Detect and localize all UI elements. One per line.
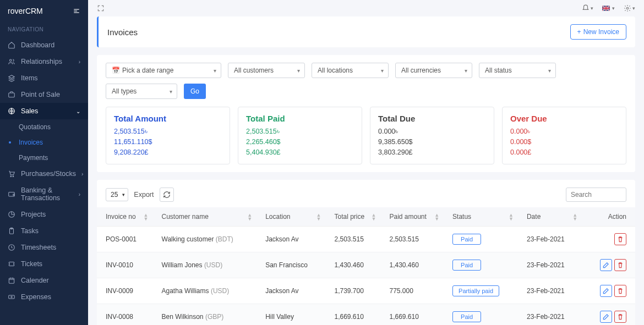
page-size-select[interactable]: 25 xyxy=(106,188,128,201)
users-icon xyxy=(8,58,15,65)
sidebar-item-label: Purchases/Stocks xyxy=(21,170,76,178)
sidebar-item-label: Expenses xyxy=(21,293,51,301)
cell-date: 23-Feb-2021 xyxy=(518,304,582,325)
cell-customer: Ben Wilkinson (GBP) xyxy=(153,304,257,325)
sidebar-item-tasks[interactable]: Tasks xyxy=(0,223,88,239)
sidebar-item-label: Tasks xyxy=(21,227,39,235)
cell-customer: William Jones (USD) xyxy=(153,252,257,278)
cell-date: 23-Feb-2021 xyxy=(518,252,582,278)
sidebar-collapse-icon[interactable] xyxy=(73,7,80,15)
cell-total: 1,739.700 xyxy=(325,278,380,304)
svg-rect-13 xyxy=(9,295,15,299)
cell-invoice-no: POS-0001 xyxy=(97,227,153,252)
date-range-select[interactable]: 📅Pick a date range xyxy=(106,63,221,78)
sidebar-item-dashboard[interactable]: Dashboard xyxy=(0,37,88,53)
sidebar-item-projects[interactable]: Projects xyxy=(0,206,88,223)
cell-invoice-no: INV-0008 xyxy=(97,304,153,325)
sidebar-item-point-of-sale[interactable]: Point of Sale xyxy=(0,86,88,103)
sidebar-sub-quotations[interactable]: Quotations xyxy=(19,119,88,135)
col-action: Action xyxy=(582,207,635,227)
edit-button[interactable] xyxy=(600,285,612,297)
sidebar-sub-payments[interactable]: Payments xyxy=(19,150,88,166)
sidebar-item-purchases-stocks[interactable]: Purchases/Stocks› xyxy=(0,166,88,182)
cell-date: 23-Feb-2021 xyxy=(518,227,582,252)
sidebar-item-banking-transactions[interactable]: Banking & Transactions› xyxy=(0,182,88,206)
go-button[interactable]: Go xyxy=(184,84,206,99)
sidebar-item-expenses[interactable]: Expenses xyxy=(0,289,88,305)
col-date[interactable]: Date▲▼ xyxy=(518,207,582,227)
cell-location: Jackson Av xyxy=(256,227,325,252)
cell-total: 2,503.515 xyxy=(325,227,380,252)
types-select[interactable]: All types xyxy=(106,84,177,99)
language-flag[interactable]: ▾ xyxy=(602,4,615,12)
stat-over-due: Over Due 0.000৳ 0.000$ 0.000£ xyxy=(502,107,626,164)
sidebar-item-timesheets[interactable]: Timesheets xyxy=(0,239,88,256)
cell-actions xyxy=(582,252,635,278)
wallet-icon xyxy=(8,190,15,198)
delete-button[interactable] xyxy=(614,311,626,323)
chevron-right-icon: › xyxy=(81,171,83,177)
edit-button[interactable] xyxy=(600,259,612,271)
ticket-icon xyxy=(8,260,15,268)
sort-icon: ▲▼ xyxy=(509,213,514,221)
stat-total-due: Total Due 0.000৳ 9,385.650$ 3,803.290£ xyxy=(370,107,494,164)
cell-actions xyxy=(582,304,635,325)
delete-button[interactable] xyxy=(614,259,626,271)
sidebar-sub-invoices[interactable]: Invoices xyxy=(19,135,88,150)
new-invoice-button[interactable]: + New Invoice xyxy=(570,24,626,40)
col-total-price[interactable]: Total price▲▼ xyxy=(325,207,380,227)
table-row: POS-0001Walking customer (BDT)Jackson Av… xyxy=(97,227,635,252)
settings-icon[interactable]: ▾ xyxy=(624,4,635,12)
cell-paid: 1,430.460 xyxy=(380,252,444,278)
sidebar-item-items[interactable]: Items xyxy=(0,70,88,86)
notifications-icon[interactable]: ▾ xyxy=(582,4,593,12)
chevron-right-icon: › xyxy=(79,59,80,65)
cell-location: Hill Valley xyxy=(256,304,325,325)
briefcase-icon xyxy=(8,91,15,98)
svg-point-3 xyxy=(10,59,12,62)
clipboard-icon xyxy=(8,227,15,235)
fullscreen-icon[interactable] xyxy=(97,4,105,12)
col-paid-amount[interactable]: Paid amount▲▼ xyxy=(380,207,444,227)
col-status[interactable]: Status▲▼ xyxy=(444,207,518,227)
cell-location: Jackson Av xyxy=(256,278,325,304)
status-select[interactable]: All status xyxy=(479,63,556,78)
svg-point-14 xyxy=(11,296,12,298)
currencies-select[interactable]: All currencies xyxy=(395,63,472,78)
search-input[interactable] xyxy=(566,188,626,202)
sidebar-item-tickets[interactable]: Tickets xyxy=(0,256,88,272)
export-link[interactable]: Export xyxy=(134,191,154,199)
filters-panel: 📅Pick a date range All customers All loc… xyxy=(97,55,635,172)
cell-invoice-no: INV-0010 xyxy=(97,252,153,278)
cell-customer: Walking customer (BDT) xyxy=(153,227,257,252)
sort-icon: ▲▼ xyxy=(247,213,252,221)
svg-point-7 xyxy=(13,176,14,177)
table-row: INV-0008Ben Wilkinson (GBP)Hill Valley1,… xyxy=(97,304,635,325)
col-customer-name[interactable]: Customer name▲▼ xyxy=(153,207,257,227)
edit-button[interactable] xyxy=(600,311,612,323)
sort-icon: ▲▼ xyxy=(572,213,577,221)
sidebar-item-label: Relationships xyxy=(21,58,62,65)
page-header: Invoices + New Invoice xyxy=(97,16,635,47)
cell-actions xyxy=(582,278,635,304)
page-title: Invoices xyxy=(107,27,138,37)
sidebar-item-label: Items xyxy=(21,74,38,82)
customers-select[interactable]: All customers xyxy=(228,63,305,78)
sidebar-item-label: Tickets xyxy=(21,260,42,268)
delete-button[interactable] xyxy=(614,285,626,297)
refresh-button[interactable] xyxy=(160,188,174,202)
nav-section-title: NAVIGATION xyxy=(0,22,88,37)
sidebar-item-sales[interactable]: Sales⌄ xyxy=(0,103,88,119)
sidebar-item-label: Dashboard xyxy=(21,41,54,49)
delete-button[interactable] xyxy=(614,233,626,245)
locations-select[interactable]: All locations xyxy=(312,63,389,78)
clock-icon xyxy=(8,244,15,251)
col-location[interactable]: Location▲▼ xyxy=(256,207,325,227)
cell-invoice-no: INV-0009 xyxy=(97,278,153,304)
sidebar-item-label: Point of Sale xyxy=(21,91,60,98)
col-invoice-no[interactable]: Invoice no▲▼ xyxy=(97,207,153,227)
sidebar-item-label: Timesheets xyxy=(21,244,56,251)
sidebar-item-calender[interactable]: Calender xyxy=(0,272,88,289)
money-icon xyxy=(8,293,15,301)
sidebar-item-relationships[interactable]: Relationships› xyxy=(0,53,88,70)
